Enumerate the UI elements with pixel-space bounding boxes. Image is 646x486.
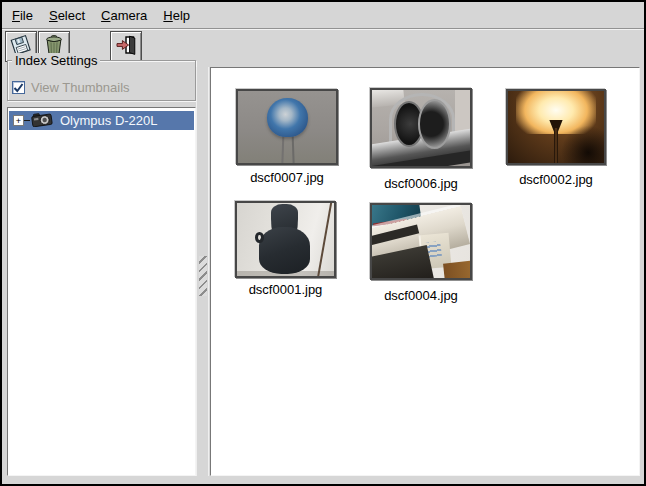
- thumbnail-dscf0007[interactable]: [236, 89, 338, 165]
- photo-floor-lamp: [508, 91, 604, 163]
- tree-item-olympus[interactable]: + Olympus D-220L: [9, 111, 194, 130]
- tree-item-label: Olympus D-220L: [60, 113, 158, 128]
- gtkam-window: File Select Camera Help: [0, 0, 646, 486]
- tree-connector: [24, 120, 30, 121]
- thumbnail-filename: dscf0001.jpg: [225, 282, 346, 298]
- thumbnail-filename: dscf0002.jpg: [496, 172, 616, 188]
- menu-bar: File Select Camera Help: [2, 2, 644, 29]
- pane-splitter[interactable]: [196, 67, 209, 476]
- thumbnail-filename: dscf0007.jpg: [226, 170, 348, 186]
- thumbnail-filename: dscf0004.jpg: [360, 288, 482, 304]
- splitter-grip-icon[interactable]: [199, 256, 207, 296]
- thumbnail-dscf0002[interactable]: [506, 89, 606, 165]
- thumbnail-dscf0004[interactable]: [370, 203, 472, 280]
- photo-headphones: [372, 90, 470, 166]
- tree-expander[interactable]: +: [13, 115, 24, 126]
- menu-camera[interactable]: Camera: [93, 2, 155, 28]
- index-settings-frame: Index Settings View Thumbnails: [7, 60, 196, 101]
- thumbnail-filename: dscf0006.jpg: [360, 176, 482, 192]
- view-thumbnails-checkbox[interactable]: [12, 81, 25, 94]
- photo-blue-capacitor: [238, 91, 336, 163]
- camera-tree-panel[interactable]: + Olympus D-220L: [7, 107, 196, 476]
- frame-title: Index Settings: [12, 53, 100, 68]
- photo-printer: [372, 205, 470, 278]
- exit-door-icon: [114, 33, 138, 61]
- menu-file[interactable]: File: [4, 2, 41, 28]
- exit-button[interactable]: [110, 31, 142, 62]
- thumbnail-dscf0006[interactable]: [370, 88, 472, 168]
- view-thumbnails-row[interactable]: View Thumbnails: [12, 80, 130, 95]
- checkmark-icon: [13, 82, 24, 93]
- photo-guitar-case: [237, 203, 334, 276]
- view-thumbnails-label: View Thumbnails: [31, 80, 130, 95]
- menu-help[interactable]: Help: [155, 2, 198, 28]
- menu-select[interactable]: Select: [41, 2, 93, 28]
- camera-icon: [31, 111, 53, 131]
- thumbnail-dscf0001[interactable]: [235, 201, 336, 278]
